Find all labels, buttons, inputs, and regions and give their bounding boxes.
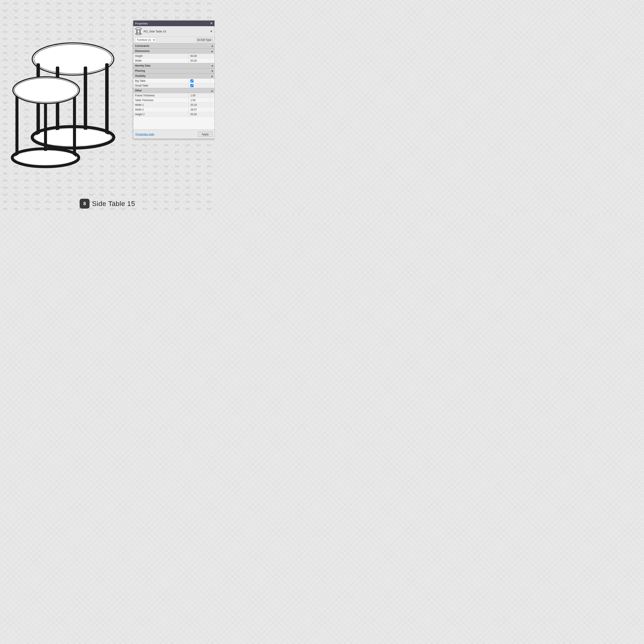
label-text: Side Table 15 xyxy=(92,200,135,208)
section-dimensions[interactable]: Dimensions ▴ xyxy=(133,48,214,54)
prop-big-table-label: Big Table xyxy=(133,79,189,83)
bottom-label: 8 Side Table 15 xyxy=(80,199,135,209)
prop-small-table-label: Small Table xyxy=(133,83,189,88)
prop-frame-thickness-value[interactable]: 1.00 xyxy=(189,93,210,98)
apply-button[interactable]: Apply xyxy=(198,132,212,137)
panel-type-row: Furniture (1) ⊞ Edit Type xyxy=(133,37,214,43)
section-phasing-label: Phasing xyxy=(135,69,145,72)
section-visibility-label: Visibility xyxy=(135,74,145,77)
furniture-drawing xyxy=(11,17,122,178)
other-collapse-icon[interactable]: ▴ xyxy=(211,89,213,92)
prop-table-thickness-value[interactable]: 1.50 xyxy=(189,98,210,102)
dimensions-collapse-icon[interactable]: ▴ xyxy=(211,49,213,53)
prop-width-label: Width xyxy=(133,59,189,63)
prop-height-label: Height xyxy=(133,54,189,58)
small-table-checkbox[interactable] xyxy=(190,84,193,87)
identity-collapse-icon[interactable]: ◂ xyxy=(211,64,213,67)
prop-height2: Height 2 55.50 xyxy=(133,112,214,117)
type-category-select[interactable]: Furniture (1) xyxy=(135,38,156,42)
svg-rect-10 xyxy=(15,94,18,157)
svg-rect-5 xyxy=(105,63,109,136)
prop-width2-label: Width 2 xyxy=(133,108,189,112)
section-constraints[interactable]: Constraints ◂ xyxy=(133,43,214,48)
panel-title: Properties xyxy=(135,22,148,25)
section-phasing[interactable]: Phasing ◂ xyxy=(133,68,214,73)
prop-width2-value[interactable]: 28.57 xyxy=(189,108,210,112)
prop-width-value[interactable]: 50.00 xyxy=(189,59,210,63)
edit-type-button[interactable]: ⊞ Edit Type xyxy=(196,38,213,42)
panel-footer: Properties help Apply xyxy=(133,130,214,139)
properties-help-link[interactable]: Properties help xyxy=(135,133,154,136)
constraints-collapse-icon[interactable]: ◂ xyxy=(211,44,213,48)
section-other-label: Other xyxy=(135,89,142,92)
section-identity-data[interactable]: Identity Data ◂ xyxy=(133,63,214,68)
phasing-collapse-icon[interactable]: ◂ xyxy=(211,69,213,73)
empty-space xyxy=(133,117,214,130)
prop-table-thickness: Table Thickness 1.50 xyxy=(133,98,214,103)
section-identity-label: Identity Data xyxy=(135,64,150,67)
prop-small-table: Small Table xyxy=(133,83,214,88)
label-badge: 8 xyxy=(80,199,89,209)
edit-type-icon: ⊞ xyxy=(197,38,200,41)
big-table-checkbox[interactable] xyxy=(190,79,193,82)
item-dropdown-arrow[interactable]: ▼ xyxy=(210,30,213,33)
item-name: RD_Side Table 15 xyxy=(144,30,208,33)
panel-titlebar: Properties ✕ xyxy=(133,21,214,26)
prop-frame-thickness-label: Frame Thickness xyxy=(133,93,189,98)
prop-width: Width 50.00 xyxy=(133,58,214,63)
svg-point-17 xyxy=(135,28,141,30)
close-button[interactable]: ✕ xyxy=(210,22,213,25)
svg-point-14 xyxy=(15,151,76,165)
item-icon xyxy=(135,27,142,35)
prop-height2-label: Height 2 xyxy=(133,112,189,117)
prop-width1: Width 1 33.33 xyxy=(133,103,214,107)
prop-width1-label: Width 1 xyxy=(133,103,189,107)
section-constraints-label: Constraints xyxy=(135,44,149,47)
prop-height-value[interactable]: 60.00 xyxy=(189,54,210,58)
visibility-collapse-icon[interactable]: ▴ xyxy=(211,74,213,78)
svg-rect-11 xyxy=(44,97,47,160)
svg-rect-12 xyxy=(73,94,76,158)
prop-height: Height 60.00 xyxy=(133,54,214,58)
section-visibility[interactable]: Visibility ▴ xyxy=(133,73,214,79)
prop-width1-value[interactable]: 33.33 xyxy=(189,103,210,107)
panel-item-header: RD_Side Table 15 ▼ xyxy=(133,26,214,37)
prop-big-table: Big Table xyxy=(133,79,214,83)
prop-small-table-value xyxy=(189,83,210,88)
svg-point-20 xyxy=(135,33,141,35)
prop-table-thickness-label: Table Thickness xyxy=(133,98,189,102)
svg-point-1 xyxy=(34,44,112,74)
properties-panel: Properties ✕ RD_Side Table 15 ▼ Furnitur… xyxy=(133,20,215,139)
section-other[interactable]: Other ▴ xyxy=(133,88,214,93)
prop-big-table-value xyxy=(189,79,210,83)
prop-width2: Width 2 28.57 xyxy=(133,107,214,112)
svg-point-16 xyxy=(14,78,78,102)
edit-type-label: Edit Type xyxy=(200,38,211,41)
section-dimensions-label: Dimensions xyxy=(135,50,150,53)
prop-height2-value[interactable]: 55.50 xyxy=(189,112,210,117)
prop-frame-thickness: Frame Thickness 1.00 xyxy=(133,93,214,98)
